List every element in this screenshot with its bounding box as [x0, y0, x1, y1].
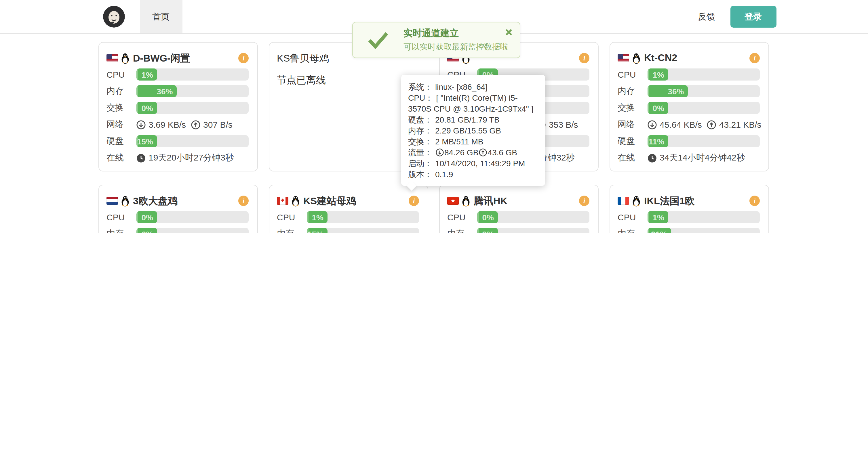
cpu-usage-value: 1% [312, 212, 323, 222]
tooltip-traffic-line: 流量：84.26 GB43.6 GB [408, 147, 539, 158]
country-flag-icon [618, 54, 629, 62]
server-stats: CPU 1% 内存 36% 交换 0% [618, 68, 760, 164]
login-button[interactable]: 登录 [730, 6, 776, 28]
offline-status: 节点已离线 [277, 74, 419, 87]
server-name: KS鲁贝母鸡 [277, 52, 329, 65]
memory-label: 内存 [618, 228, 648, 233]
memory-row: 内存 3% [447, 228, 589, 233]
server-name: 3欧大盘鸡 [133, 194, 178, 207]
toast-close-icon[interactable] [505, 29, 512, 36]
memory-usage-bar: 15% [307, 228, 419, 233]
arrow-down-circle-icon [136, 120, 146, 129]
arrow-down-circle-icon [648, 120, 657, 129]
cpu-label: CPU [618, 70, 648, 79]
linux-os-icon [121, 53, 129, 64]
cpu-row: CPU 1% [618, 211, 760, 223]
country-flag-icon [447, 197, 459, 205]
cpu-label: CPU [447, 212, 477, 222]
disk-row: 硬盘 11% [618, 135, 760, 147]
uptime-value: 19天20小时27分钟3秒 [149, 153, 234, 163]
linux-os-icon [291, 195, 300, 206]
network-row: 网络 3.69 KB/s 307 B/s [106, 119, 249, 131]
net-up-value: 307 B/s [203, 120, 232, 129]
info-icon[interactable]: i [238, 53, 249, 63]
server-card: 3欧大盘鸡 i CPU 0% 内存 6% 交换 [98, 185, 258, 233]
swap-row: 交换 0% [618, 102, 760, 114]
server-card: D-BWG-闲置 i CPU 1% 内存 36% 交换 [98, 42, 258, 171]
memory-row: 内存 21% [618, 228, 760, 233]
memory-usage-bar: 21% [648, 228, 760, 233]
cpu-usage-bar: 1% [307, 211, 419, 223]
swap-usage-bar: 0% [648, 102, 760, 114]
cpu-label: CPU [618, 212, 648, 222]
country-flag-icon [277, 197, 288, 205]
nav-feedback-link[interactable]: 反馈 [698, 11, 715, 22]
arrow-down-circle-icon [436, 148, 444, 157]
country-flag-icon [106, 197, 118, 205]
cpu-usage-value: 1% [142, 70, 153, 79]
toast-title: 实时通道建立 [403, 28, 508, 40]
server-card: Kt-CN2 i CPU 1% 内存 36% 交换 [610, 42, 769, 171]
info-icon[interactable]: i [409, 196, 419, 206]
info-icon[interactable]: i [238, 196, 249, 206]
cpu-usage-bar: 0% [136, 211, 249, 223]
memory-usage-value: 21% [651, 229, 667, 233]
tooltip-boot-line: 启动：10/14/2020, 11:49:29 PM [408, 158, 539, 169]
arrow-up-circle-icon [191, 120, 200, 129]
memory-usage-value: 15% [307, 229, 323, 233]
cpu-usage-bar: 0% [477, 211, 589, 223]
arrow-up-circle-icon [479, 148, 487, 157]
memory-label: 内存 [277, 228, 307, 233]
server-stats: CPU 1% 内存 21% 交换 1% [618, 211, 760, 233]
network-label: 网络 [106, 119, 136, 130]
server-card: KS建站母鸡 i CPU 1% 内存 15% 交换 [269, 185, 428, 233]
disk-label: 硬盘 [106, 136, 136, 147]
swap-label: 交换 [618, 102, 648, 113]
cpu-usage-bar: 1% [648, 68, 760, 80]
tooltip-memory-line: 内存：2.29 GB/15.55 GB [408, 125, 539, 136]
network-row: 网络 45.64 KB/s 43.21 KB/s [618, 119, 760, 131]
server-card: IKL法国1欧 i CPU 1% 内存 21% 交换 [610, 185, 769, 233]
tooltip-swap-line: 交换：2 MB/511 MB [408, 136, 539, 147]
net-up-value: 43.21 KB/s [719, 120, 762, 129]
memory-usage-bar: 3% [477, 228, 589, 233]
linux-os-icon [632, 53, 641, 64]
cpu-row: CPU 0% [447, 211, 589, 223]
server-stats: CPU 0% 内存 6% 交换 0% [106, 211, 249, 233]
cpu-usage-value: 0% [142, 212, 153, 222]
uptime-row: 在线 19天20小时27分钟3秒 [106, 152, 249, 164]
memory-row: 内存 6% [106, 228, 249, 233]
success-check-icon [368, 31, 389, 48]
swap-usage-value: 0% [653, 103, 664, 112]
server-name: 腾讯HK [474, 194, 507, 207]
server-name: KS建站母鸡 [303, 194, 356, 207]
info-icon[interactable]: i [749, 53, 760, 63]
tooltip-cpu-line: CPU：[ "Intel(R) Core(TM) i5-3570S CPU @ … [408, 93, 539, 114]
info-icon[interactable]: i [579, 53, 589, 63]
cpu-label: CPU [277, 212, 307, 222]
memory-label: 内存 [618, 86, 648, 97]
disk-usage-bar: 11% [648, 135, 760, 147]
arrow-up-circle-icon [707, 120, 716, 129]
info-icon[interactable]: i [579, 196, 589, 206]
server-name: Kt-CN2 [644, 52, 677, 64]
country-flag-icon [618, 197, 629, 205]
disk-row: 硬盘 15% [106, 135, 249, 147]
memory-label: 内存 [106, 228, 136, 233]
memory-usage-bar: 36% [648, 85, 760, 97]
cpu-usage-value: 0% [482, 212, 494, 222]
memory-usage-value: 36% [668, 87, 684, 96]
site-logo-avatar[interactable] [103, 6, 125, 28]
nav-tab-home[interactable]: 首页 [140, 0, 182, 33]
network-label: 网络 [618, 119, 648, 130]
memory-usage-bar: 36% [136, 85, 249, 97]
info-icon[interactable]: i [749, 196, 760, 206]
memory-usage-bar: 6% [136, 228, 249, 233]
server-card-header: D-BWG-闲置 i [106, 51, 249, 65]
net-down-value: 3.69 KB/s [149, 120, 186, 129]
disk-usage-value: 11% [649, 137, 664, 146]
uptime-label: 在线 [106, 153, 136, 163]
swap-usage-value: 0% [142, 103, 153, 112]
cpu-row: CPU 1% [618, 68, 760, 80]
clock-icon [136, 153, 146, 163]
